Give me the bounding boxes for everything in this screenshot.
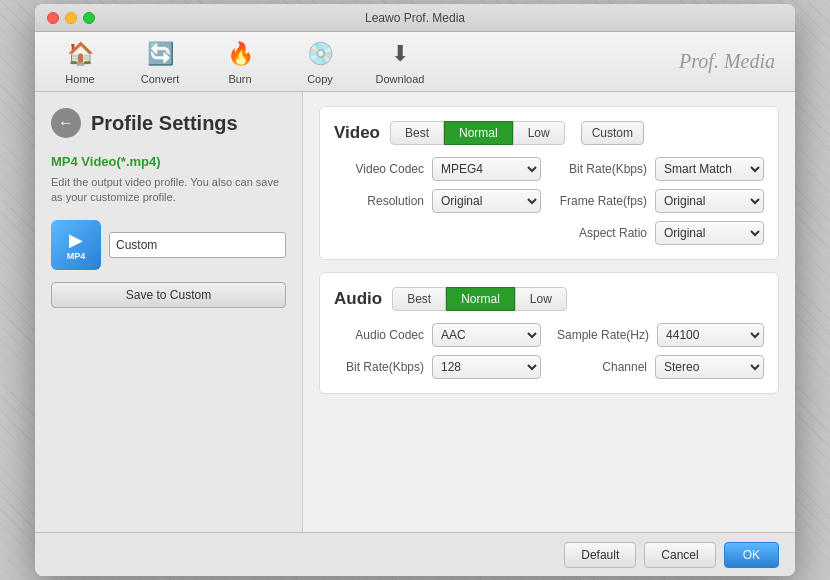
audio-samplerate-select[interactable]: 44100	[657, 323, 764, 347]
audio-btn-group: Best Normal Low	[392, 287, 567, 311]
right-panel: Video Best Normal Low Custom Video Codec	[303, 92, 795, 532]
burn-icon: 🔥	[224, 38, 256, 70]
traffic-lights	[47, 12, 95, 24]
file-icon-symbol: ▶	[69, 229, 83, 251]
brand-logo: Prof. Media	[679, 50, 775, 73]
audio-section-header: Audio Best Normal Low	[334, 287, 764, 311]
close-button[interactable]	[47, 12, 59, 24]
audio-settings-grid: Audio Codec AAC Sample Rate(Hz) 44100	[334, 323, 764, 379]
video-section-header: Video Best Normal Low Custom	[334, 121, 764, 145]
bottom-bar: Default Cancel OK	[35, 532, 795, 576]
titlebar: Leawo Prof. Media	[35, 4, 795, 32]
maximize-button[interactable]	[83, 12, 95, 24]
video-aspect-select[interactable]: Original	[655, 221, 764, 245]
profile-subtitle: MP4 Video(*.mp4)	[51, 154, 286, 169]
video-framerate-label: Frame Rate(fps)	[557, 194, 647, 208]
toolbar-item-home[interactable]: 🏠 Home	[55, 38, 105, 85]
toolbar: 🏠 Home 🔄 Convert 🔥 Burn 💿 Copy ⬇ Downloa…	[35, 32, 795, 92]
audio-normal-button[interactable]: Normal	[446, 287, 515, 311]
audio-codec-row: Audio Codec AAC	[334, 323, 541, 347]
sidebar: ← Profile Settings MP4 Video(*.mp4) Edit…	[35, 92, 303, 532]
video-normal-button[interactable]: Normal	[444, 121, 513, 145]
audio-best-button[interactable]: Best	[392, 287, 446, 311]
toolbar-item-copy[interactable]: 💿 Copy	[295, 38, 345, 85]
copy-label: Copy	[307, 73, 333, 85]
minimize-button[interactable]	[65, 12, 77, 24]
file-item: ▶ MP4	[51, 220, 286, 270]
audio-channel-select[interactable]: Stereo	[655, 355, 764, 379]
video-resolution-select[interactable]: Original	[432, 189, 541, 213]
video-btn-group: Best Normal Low	[390, 121, 565, 145]
video-bitrate-select[interactable]: Smart Match	[655, 157, 764, 181]
save-to-custom-button[interactable]: Save to Custom	[51, 282, 286, 308]
video-codec-row: Video Codec MPEG4	[334, 157, 541, 181]
toolbar-item-burn[interactable]: 🔥 Burn	[215, 38, 265, 85]
window-title: Leawo Prof. Media	[365, 11, 465, 25]
main-content: ← Profile Settings MP4 Video(*.mp4) Edit…	[35, 92, 795, 532]
video-custom-button[interactable]: Custom	[581, 121, 644, 145]
video-aspect-spacer	[334, 221, 541, 245]
audio-bitrate-row: Bit Rate(Kbps) 128	[334, 355, 541, 379]
audio-section: Audio Best Normal Low Audio Codec AAC	[319, 272, 779, 394]
video-resolution-label: Resolution	[334, 194, 424, 208]
convert-icon: 🔄	[144, 38, 176, 70]
video-settings-grid: Video Codec MPEG4 Bit Rate(Kbps) Smart M…	[334, 157, 764, 245]
video-aspect-label: Aspect Ratio	[557, 226, 647, 240]
video-framerate-row: Frame Rate(fps) Original	[557, 189, 764, 213]
burn-label: Burn	[228, 73, 251, 85]
video-section: Video Best Normal Low Custom Video Codec	[319, 106, 779, 260]
video-low-button[interactable]: Low	[513, 121, 565, 145]
toolbar-item-convert[interactable]: 🔄 Convert	[135, 38, 185, 85]
back-button[interactable]: ←	[51, 108, 81, 138]
audio-channel-label: Channel	[557, 360, 647, 374]
audio-bitrate-label: Bit Rate(Kbps)	[334, 360, 424, 374]
home-label: Home	[65, 73, 94, 85]
home-icon: 🏠	[64, 38, 96, 70]
profile-title: Profile Settings	[91, 112, 238, 135]
video-aspect-row: Aspect Ratio Original	[557, 221, 764, 245]
video-best-button[interactable]: Best	[390, 121, 444, 145]
audio-codec-select[interactable]: AAC	[432, 323, 541, 347]
audio-samplerate-row: Sample Rate(Hz) 44100	[557, 323, 764, 347]
video-framerate-select[interactable]: Original	[655, 189, 764, 213]
video-resolution-row: Resolution Original	[334, 189, 541, 213]
audio-low-button[interactable]: Low	[515, 287, 567, 311]
ok-button[interactable]: OK	[724, 542, 779, 568]
default-button[interactable]: Default	[564, 542, 636, 568]
file-name-input[interactable]	[109, 232, 286, 258]
audio-channel-row: Channel Stereo	[557, 355, 764, 379]
audio-bitrate-select[interactable]: 128	[432, 355, 541, 379]
download-icon: ⬇	[384, 38, 416, 70]
audio-codec-label: Audio Codec	[334, 328, 424, 342]
toolbar-item-download[interactable]: ⬇ Download	[375, 38, 425, 85]
profile-header: ← Profile Settings	[51, 108, 286, 138]
video-bitrate-label: Bit Rate(Kbps)	[557, 162, 647, 176]
audio-samplerate-label: Sample Rate(Hz)	[557, 328, 649, 342]
audio-section-title: Audio	[334, 289, 382, 309]
file-icon-type: MP4	[67, 251, 86, 261]
copy-icon: 💿	[304, 38, 336, 70]
cancel-button[interactable]: Cancel	[644, 542, 715, 568]
convert-label: Convert	[141, 73, 180, 85]
main-window: Leawo Prof. Media 🏠 Home 🔄 Convert 🔥 Bur…	[35, 4, 795, 576]
video-section-title: Video	[334, 123, 380, 143]
video-codec-label: Video Codec	[334, 162, 424, 176]
video-codec-select[interactable]: MPEG4	[432, 157, 541, 181]
video-bitrate-row: Bit Rate(Kbps) Smart Match	[557, 157, 764, 181]
file-icon: ▶ MP4	[51, 220, 101, 270]
download-label: Download	[376, 73, 425, 85]
profile-description: Edit the output video profile. You also …	[51, 175, 286, 206]
